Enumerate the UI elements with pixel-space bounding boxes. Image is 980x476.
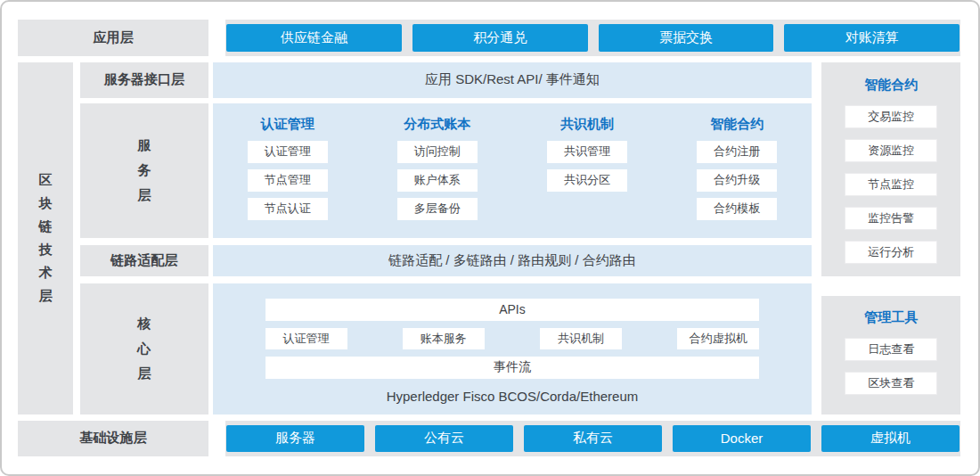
tool-item: 日志查看 xyxy=(845,338,937,361)
service-item: 访问控制 xyxy=(397,141,478,163)
infra-item-vm: 虚拟机 xyxy=(821,425,960,452)
middle-content-column: 应用 SDK/Rest API/ 事件通知 认证管理 认证管理 节点管理 节点认… xyxy=(213,62,813,414)
service-group-title: 共识机制 xyxy=(560,115,614,133)
app-item-supply-chain-finance: 供应链金融 xyxy=(226,24,402,52)
service-group-ledger: 分布式账本 访问控制 账户体系 多层备份 xyxy=(363,115,512,238)
service-item: 合约注册 xyxy=(697,141,777,163)
link-adapter-bar: 链路适配 / 多链路由 / 路由规则 / 合约路由 xyxy=(213,245,813,276)
infra-item-docker: Docker xyxy=(673,425,811,452)
application-buttons-strip: 供应链金融 积分通兑 票据交换 对账清算 xyxy=(225,20,960,56)
sublayer-labels-column: 服务器接口层 服 务 层 链路适配层 核 心 层 xyxy=(80,62,208,414)
infra-item-server: 服务器 xyxy=(226,425,364,452)
service-group-smart-contract: 智能合约 合约注册 合约升级 合约模板 xyxy=(662,115,812,238)
service-item: 节点认证 xyxy=(248,198,328,220)
core-module-consensus: 共识机制 xyxy=(540,328,622,349)
monitor-item: 交易监控 xyxy=(845,105,937,128)
right-panels-column: 智能合约 交易监控 资源监控 节点监控 监控告警 运行分析 管理工具 日志查看 … xyxy=(821,62,960,414)
tool-item: 区块查看 xyxy=(845,372,937,395)
service-item: 多层备份 xyxy=(397,198,478,220)
event-stream-bar: 事件流 xyxy=(265,357,760,379)
core-layer-panel: APIs 认证管理 账本服务 共识机制 合约虚拟机 事件流 Hyperledge… xyxy=(213,283,813,414)
service-item: 共识分区 xyxy=(547,169,627,192)
infra-item-public-cloud: 公有云 xyxy=(375,425,513,452)
service-group-title: 认证管理 xyxy=(261,115,314,133)
service-item: 合约升级 xyxy=(697,169,777,192)
monitor-panel-title: 智能合约 xyxy=(864,77,918,94)
infra-item-private-cloud: 私有云 xyxy=(524,425,662,452)
adapter-layer-label: 链路适配层 xyxy=(80,245,208,276)
monitor-item: 节点监控 xyxy=(845,173,937,196)
monitor-panel: 智能合约 交易监控 资源监控 节点监控 监控告警 运行分析 xyxy=(821,62,960,276)
blockchain-tech-layer-label: 区 块 链 技 术 层 xyxy=(18,62,73,414)
management-tools-panel: 管理工具 日志查看 区块查看 xyxy=(821,296,960,414)
core-module-auth: 认证管理 xyxy=(265,328,347,349)
monitor-item: 资源监控 xyxy=(845,139,937,162)
platforms-text: Hyperledger Fisco BCOS/Corda/Ethereum xyxy=(265,389,760,404)
app-item-points-exchange: 积分通兑 xyxy=(412,24,588,52)
core-module-ledger: 账本服务 xyxy=(403,328,485,349)
service-layer-label: 服 务 层 xyxy=(80,103,208,238)
infrastructure-buttons-strip: 服务器 公有云 私有云 Docker 虚拟机 xyxy=(225,421,960,456)
sdk-api-bar: 应用 SDK/Rest API/ 事件通知 xyxy=(213,62,813,98)
core-module-contract-vm: 合约虚拟机 xyxy=(677,328,759,349)
service-group-title: 分布式账本 xyxy=(404,115,470,133)
management-tools-title: 管理工具 xyxy=(864,309,918,326)
app-item-bill-exchange: 票据交换 xyxy=(599,24,774,52)
service-group-title: 智能合约 xyxy=(710,115,764,133)
service-item: 共识管理 xyxy=(547,141,627,163)
application-layer-row: 应用层 供应链金融 积分通兑 票据交换 对账清算 xyxy=(18,20,960,56)
core-modules-row: 认证管理 账本服务 共识机制 合约虚拟机 xyxy=(265,328,760,349)
apis-bar: APIs xyxy=(265,299,760,321)
architecture-diagram: 应用层 供应链金融 积分通兑 票据交换 对账清算 区 块 链 技 术 层 服务器… xyxy=(0,0,980,476)
service-layer-panel: 认证管理 认证管理 节点管理 节点认证 分布式账本 访问控制 账户体系 多层备份… xyxy=(213,103,813,238)
core-layer-label: 核 心 层 xyxy=(80,283,208,414)
infrastructure-layer-row: 基础设施层 服务器 公有云 私有云 Docker 虚拟机 xyxy=(18,421,960,456)
app-item-reconciliation: 对账清算 xyxy=(784,24,960,52)
service-group-auth: 认证管理 认证管理 节点管理 节点认证 xyxy=(213,115,363,238)
service-item: 账户体系 xyxy=(397,169,478,192)
service-item: 认证管理 xyxy=(248,141,328,163)
application-layer-label: 应用层 xyxy=(18,20,208,56)
monitor-item: 运行分析 xyxy=(845,241,937,264)
monitor-item: 监控告警 xyxy=(845,207,937,230)
service-group-consensus: 共识机制 共识管理 共识分区 xyxy=(512,115,662,238)
blockchain-tech-layer-region: 区 块 链 技 术 层 服务器接口层 服 务 层 链路适配层 核 心 层 应用 … xyxy=(18,62,960,414)
infrastructure-layer-label: 基础设施层 xyxy=(18,421,208,456)
service-item: 合约模板 xyxy=(697,198,777,220)
service-item: 节点管理 xyxy=(248,169,328,192)
interface-layer-label: 服务器接口层 xyxy=(80,62,208,98)
